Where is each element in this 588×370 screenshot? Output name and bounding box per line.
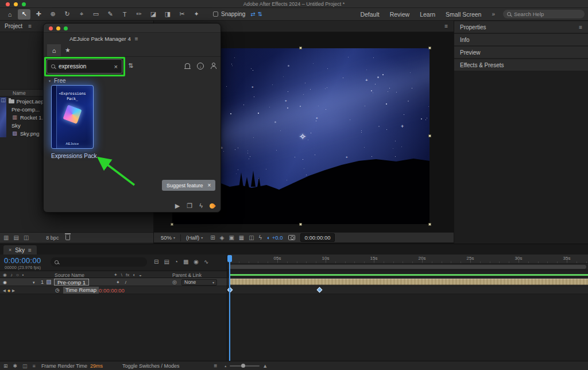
selection-handle[interactable]	[299, 47, 302, 49]
tool-puppet-icon[interactable]: ✦	[190, 9, 203, 20]
timeline-track-area[interactable]: 05s10s15s20s25s30s35s	[227, 255, 588, 361]
motion-blur-icon[interactable]: ◉	[194, 259, 199, 265]
zoom-slider-thumb[interactable]	[241, 364, 245, 368]
tool-clone-stamp-icon[interactable]: ◪	[147, 9, 160, 20]
zoom-out-icon[interactable]: ▲	[224, 364, 227, 368]
window-minimize-button[interactable]	[56, 26, 60, 30]
layer-row-precomp-1[interactable]: ◉ ▾ 1 Pre-comp 1 ✦/ ◎ None ▾	[0, 278, 227, 286]
parent-link-column[interactable]: Parent & Link	[172, 272, 202, 278]
aejuice-titlebar[interactable]	[44, 24, 220, 33]
window-zoom-button[interactable]	[22, 2, 26, 6]
tool-eraser-icon[interactable]: ◨	[161, 9, 174, 20]
selection-handle[interactable]	[428, 134, 431, 137]
clear-search-icon[interactable]: ×	[114, 63, 118, 70]
panel-menu-icon[interactable]: ≡	[28, 23, 32, 29]
panel-effects-presets[interactable]: Effects & Presets	[454, 59, 588, 71]
selection-handle[interactable]	[428, 47, 431, 49]
time-navigator[interactable]	[227, 264, 588, 270]
zoom-in-icon[interactable]: ▲	[262, 363, 268, 369]
property-value[interactable]: 0:00:00:00	[99, 287, 125, 294]
collapse-switch-icon[interactable]: ✦	[114, 272, 118, 278]
timeline-search-input[interactable]	[61, 259, 143, 265]
panel-menu-icon[interactable]: ≡	[444, 23, 448, 29]
whats-hot-flame-icon[interactable]	[208, 202, 216, 210]
tool-home-icon[interactable]: ⌂	[3, 9, 16, 20]
zoom-slider-track[interactable]	[230, 365, 260, 367]
notifications-bell-icon[interactable]	[185, 63, 190, 68]
sort-icon[interactable]: ⇅	[128, 62, 133, 70]
video-tutorials-icon[interactable]: ▶	[175, 202, 180, 210]
draft-3d-icon[interactable]: ▤	[164, 259, 169, 265]
exposure-control[interactable]: ◐ +0.0	[267, 234, 283, 241]
menu-icon[interactable]: ≡	[214, 363, 217, 369]
workspace-small-screen[interactable]: Small Screen	[446, 11, 481, 18]
layer-duration-bar[interactable]	[230, 279, 588, 285]
keyframe-track[interactable]	[227, 286, 588, 294]
selection-handle[interactable]	[299, 223, 302, 226]
3d-layer-icon[interactable]: ◒	[139, 272, 142, 278]
workspace-review[interactable]: Review	[390, 11, 409, 18]
timeline-search-box[interactable]	[51, 257, 147, 267]
favorites-tab[interactable]: ★	[61, 44, 75, 56]
keyframe-2[interactable]	[317, 287, 323, 293]
layer-expand-twisty[interactable]: ▾	[33, 280, 35, 285]
help-search-input[interactable]	[514, 11, 581, 17]
expressions-pack-thumbnail[interactable]: <Expressions Pack_ AEJuice	[51, 85, 94, 149]
window-minimize-button[interactable]	[14, 2, 18, 6]
panel-layout-icon[interactable]: ◫	[22, 363, 28, 369]
trash-icon[interactable]	[65, 235, 70, 240]
solo-column-icon[interactable]: ○	[16, 272, 19, 278]
tool-shape-icon[interactable]: ▭	[90, 9, 102, 20]
resize-window-icon[interactable]: ❐	[187, 202, 192, 210]
tool-pen-icon[interactable]: ✎	[104, 9, 117, 20]
panel-preview[interactable]: Preview	[454, 47, 588, 58]
panel-menu-icon[interactable]: ≡	[28, 247, 32, 253]
window-close-button[interactable]	[49, 26, 53, 30]
home-tab[interactable]: ⌂	[47, 44, 61, 56]
window-zoom-button[interactable]	[64, 26, 68, 30]
panel-menu-icon[interactable]: ≡	[135, 36, 138, 42]
next-keyframe-icon[interactable]: ▶	[12, 288, 15, 293]
panel-tab-icon[interactable]: ▤	[13, 234, 18, 241]
pixel-aspect-icon[interactable]: ◫	[249, 234, 254, 241]
frame-blending-icon[interactable]: ▩	[183, 259, 188, 265]
blend-mode-icon[interactable]: \	[121, 272, 122, 278]
workspace-overflow-button[interactable]: »	[492, 11, 495, 17]
lock-column-icon[interactable]: ▪	[22, 272, 24, 278]
account-user-icon[interactable]	[210, 63, 216, 69]
menu-icon[interactable]: ≡	[33, 363, 36, 369]
close-tab-icon[interactable]: ×	[9, 247, 11, 253]
timeline-tab-sky[interactable]: × Sky ≡	[3, 245, 37, 255]
property-name[interactable]: Time Remap	[63, 287, 99, 294]
composition-flowchart-icon[interactable]: ⊟	[154, 259, 158, 265]
time-remap-property-row[interactable]: ◀◆▶ ◷ Time Remap 0:00:00:00	[0, 286, 227, 294]
video-column-icon[interactable]: ◉	[3, 272, 7, 278]
source-name-column[interactable]: Source Name	[55, 272, 84, 278]
hide-shy-layers-icon[interactable]: ◔	[175, 259, 178, 265]
pack-search-input[interactable]	[59, 63, 111, 70]
tool-roto-brush-icon[interactable]: ✂	[176, 9, 188, 20]
previous-keyframe-icon[interactable]: ◀	[3, 288, 6, 293]
current-time-display[interactable]: 0:00:00:00	[4, 256, 41, 265]
suggest-feature-toast[interactable]: Suggest feature ×	[162, 180, 215, 191]
selection-handle[interactable]	[428, 223, 431, 226]
region-of-interest-icon[interactable]: ▣	[229, 234, 234, 241]
mask-visibility-icon[interactable]: ◈	[220, 234, 225, 241]
tool-hand-icon[interactable]: ✚	[32, 9, 45, 20]
panel-properties[interactable]: Properties≡	[454, 21, 588, 33]
panel-tab-icon[interactable]: ▥	[3, 234, 9, 241]
workspace-default[interactable]: Default	[360, 11, 379, 18]
quality-icon[interactable]: /	[125, 280, 126, 285]
tool-brush-icon[interactable]: ✏	[133, 9, 145, 20]
graph-editor-icon[interactable]: ∿	[204, 259, 208, 265]
snap-option-icon[interactable]: ⇅	[258, 11, 262, 17]
time-ruler[interactable]: 05s10s15s20s25s30s35s	[227, 255, 588, 264]
timeline-zoom-slider[interactable]: ▲ ▲	[224, 363, 268, 369]
downloads-icon[interactable]: ↓	[197, 63, 204, 70]
tool-type-icon[interactable]: T	[118, 9, 131, 20]
tool-orbit-camera-icon[interactable]: ↻	[61, 9, 74, 20]
preview-time-display[interactable]: 0:00:00:00	[300, 233, 335, 242]
transparency-grid-icon[interactable]: ▦	[239, 234, 244, 241]
resolution-dropdown[interactable]: (Half) ▾	[186, 234, 203, 241]
panel-tab-icon[interactable]: ◫	[24, 234, 29, 241]
